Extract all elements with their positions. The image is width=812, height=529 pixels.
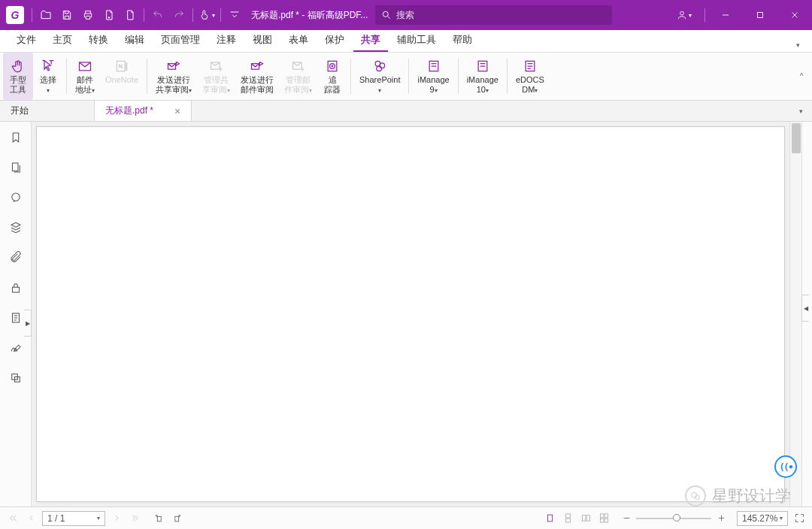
- next-page-button[interactable]: [110, 512, 123, 525]
- right-expand-button[interactable]: ◀: [801, 295, 809, 322]
- menu-tab-视图[interactable]: 视图: [245, 29, 280, 52]
- search-box[interactable]: [375, 5, 612, 25]
- undo-icon[interactable]: [147, 5, 168, 26]
- minimize-button[interactable]: [708, 0, 743, 30]
- vertical-scrollbar[interactable]: [789, 122, 801, 506]
- divider: [144, 8, 144, 22]
- zoom-thumb[interactable]: [673, 514, 680, 521]
- svg-rect-33: [600, 518, 603, 522]
- zoom-value-input[interactable]: 145.27%▾: [737, 511, 788, 526]
- open-icon[interactable]: [35, 5, 56, 26]
- menu-tab-主页[interactable]: 主页: [45, 29, 80, 52]
- svg-rect-2: [758, 13, 763, 18]
- menu-tab-编辑[interactable]: 编辑: [117, 29, 152, 52]
- articles-icon[interactable]: [8, 310, 24, 326]
- svg-point-0: [383, 11, 389, 17]
- tracker-icon: [324, 58, 341, 74]
- new-from-file-icon[interactable]: [120, 5, 141, 26]
- bookmarks-icon[interactable]: [8, 129, 24, 146]
- menu-tab-转换[interactable]: 转换: [81, 29, 116, 52]
- send-mail-icon: [249, 58, 265, 74]
- destinations-icon[interactable]: [8, 370, 24, 386]
- print-icon[interactable]: [77, 5, 98, 26]
- menu-tab-帮助[interactable]: 帮助: [445, 29, 480, 52]
- attachments-icon[interactable]: [8, 249, 24, 266]
- sharepoint-button[interactable]: SharePoint▾: [354, 53, 405, 100]
- fit-page-button[interactable]: [792, 512, 806, 525]
- qat-customize-icon[interactable]: [224, 5, 245, 26]
- rotate-right-button[interactable]: [170, 512, 183, 525]
- close-button[interactable]: [777, 0, 812, 30]
- document-tabs: 开始 无标题.pdf * × ▾: [0, 101, 812, 122]
- ribbon-options-button[interactable]: ▾: [793, 38, 803, 52]
- menu-tab-辅助工具[interactable]: 辅助工具: [389, 29, 444, 52]
- security-icon[interactable]: [8, 280, 24, 296]
- hand-tool-button[interactable]: 手型工具: [3, 53, 33, 100]
- single-page-view-button[interactable]: [543, 512, 556, 525]
- search-input[interactable]: [396, 10, 606, 20]
- pages-icon[interactable]: [8, 159, 24, 176]
- menu-tab-文件[interactable]: 文件: [9, 29, 44, 52]
- menu-tab-保护[interactable]: 保护: [317, 29, 352, 52]
- redo-icon[interactable]: [168, 5, 189, 26]
- touch-mode-icon[interactable]: ▾: [196, 5, 217, 26]
- ribbon-collapse-button[interactable]: ^: [794, 53, 809, 100]
- save-icon[interactable]: [56, 5, 77, 26]
- main-area: ▶ ◀: [0, 122, 812, 506]
- tab-document-active[interactable]: 无标题.pdf * ×: [95, 100, 192, 121]
- first-page-button[interactable]: [6, 512, 20, 525]
- send-email-review-button[interactable]: 发送进行邮件审阅: [235, 53, 279, 100]
- view-area: ◀: [32, 122, 812, 506]
- menu-tab-注释[interactable]: 注释: [209, 29, 244, 52]
- new-blank-icon[interactable]: [98, 5, 120, 26]
- svg-point-11: [332, 65, 333, 67]
- zoom-in-button[interactable]: [714, 512, 728, 525]
- menu-tab-共享[interactable]: 共享: [353, 29, 388, 52]
- close-tab-icon[interactable]: ×: [174, 105, 180, 117]
- hand-icon: [10, 58, 26, 74]
- zoom-slider[interactable]: [620, 512, 728, 525]
- zoom-out-button[interactable]: [620, 512, 633, 525]
- divider: [32, 8, 32, 22]
- menu-tab-页面管理[interactable]: 页面管理: [153, 29, 208, 52]
- edocs-button[interactable]: eDOCSDM▾: [511, 53, 550, 100]
- maximize-button[interactable]: [743, 0, 777, 30]
- svg-point-10: [330, 64, 335, 69]
- svg-rect-32: [604, 514, 607, 518]
- assistant-bubble-button[interactable]: ((•: [774, 455, 797, 478]
- account-icon[interactable]: ▾: [667, 0, 701, 30]
- navigation-panel: ▶: [0, 122, 32, 506]
- continuous-facing-view-button[interactable]: [597, 512, 611, 525]
- svg-rect-9: [328, 61, 337, 71]
- menu-tab-表单[interactable]: 表单: [281, 29, 316, 52]
- continuous-view-button[interactable]: [561, 512, 574, 525]
- page-number-input[interactable]: 1 / 1▾: [42, 511, 105, 526]
- zoom-track[interactable]: [636, 518, 711, 519]
- svg-point-1: [680, 11, 684, 15]
- facing-view-button[interactable]: [579, 512, 592, 525]
- rotate-left-button[interactable]: [152, 512, 165, 525]
- search-icon: [381, 10, 392, 20]
- page-1: [36, 126, 785, 502]
- divider: [220, 8, 221, 22]
- document-canvas[interactable]: [32, 122, 789, 506]
- divider: [704, 8, 705, 22]
- svg-rect-20: [12, 287, 19, 292]
- signatures-icon[interactable]: [8, 340, 24, 356]
- layers-icon[interactable]: [8, 219, 24, 236]
- svg-rect-24: [157, 516, 161, 521]
- prev-page-button[interactable]: [24, 512, 38, 525]
- tab-start[interactable]: 开始: [0, 101, 95, 121]
- scrollbar-thumb[interactable]: [792, 123, 801, 153]
- comments-icon[interactable]: [8, 189, 24, 206]
- imanage9-button[interactable]: iManage9▾: [412, 53, 454, 100]
- select-tool-button[interactable]: 选择▾: [33, 53, 63, 100]
- imanage10-button[interactable]: iManage10▾: [462, 53, 504, 100]
- nav-expand-button[interactable]: ▶: [24, 310, 32, 337]
- tabs-dropdown-button[interactable]: ▾: [790, 101, 812, 121]
- tracker-button[interactable]: 追踪器: [317, 53, 347, 100]
- svg-rect-34: [604, 518, 607, 522]
- email-addresses-button[interactable]: 邮件地址▾: [70, 53, 100, 100]
- send-shared-review-button[interactable]: 发送进行共享审阅▾: [150, 53, 197, 100]
- right-panel-strip: ◀: [801, 122, 812, 506]
